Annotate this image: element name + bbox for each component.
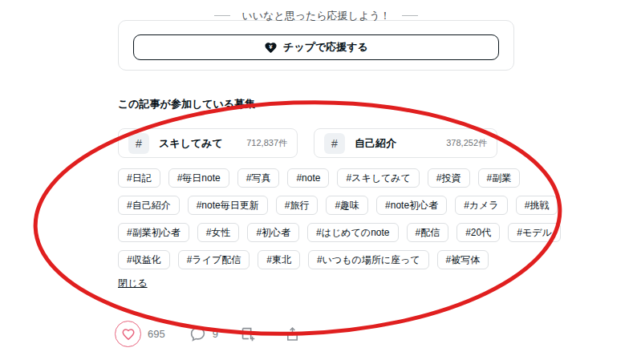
tag-pill[interactable]: #note初心者 bbox=[376, 196, 447, 215]
tag-pill[interactable]: #写真 bbox=[237, 168, 280, 188]
tag-pill[interactable]: #カメラ bbox=[455, 196, 508, 215]
share-icon bbox=[284, 326, 301, 342]
tag-list: #日記#毎日note#写真#note#スキしてみて#投資#副業#自己紹介#not… bbox=[118, 168, 514, 269]
tag-pill[interactable]: #note毎日更新 bbox=[188, 196, 268, 215]
speech-bubble-icon bbox=[189, 326, 206, 342]
tag-pill[interactable]: #旅行 bbox=[276, 196, 319, 215]
card-title: スキしてみて bbox=[159, 136, 223, 151]
tag-pill[interactable]: #スキしてみて bbox=[337, 168, 419, 188]
close-link[interactable]: 閉じる bbox=[118, 277, 148, 290]
content-column: いいなと思ったら応援しよう！ ¥ チップで応援する この記事が参加している募集 … bbox=[118, 0, 514, 290]
tag-pill[interactable]: #いつもの場所に座って bbox=[308, 250, 429, 269]
tag-pill[interactable]: #20代 bbox=[456, 223, 500, 242]
tag-pill[interactable]: #収益化 bbox=[118, 250, 170, 269]
tag-pill[interactable]: #日記 bbox=[118, 168, 160, 188]
tag-pill[interactable]: #自己紹介 bbox=[118, 196, 180, 215]
card-count: 712,837件 bbox=[246, 137, 287, 149]
tag-pill[interactable]: #副業初心者 bbox=[118, 223, 189, 242]
tag-pill[interactable]: #ライブ配信 bbox=[178, 250, 250, 269]
hash-icon: # bbox=[324, 133, 345, 154]
like-count: 695 bbox=[148, 328, 165, 340]
tag-pill[interactable]: #女性 bbox=[197, 223, 240, 242]
add-to-magazine-icon bbox=[239, 326, 257, 343]
tag-pill[interactable]: #初心者 bbox=[247, 223, 299, 242]
tip-button[interactable]: ¥ チップで応援する bbox=[133, 34, 499, 60]
recruitment-cards: # スキしてみて 712,837件 # 自己紹介 378,252件 bbox=[118, 128, 514, 158]
tag-pill[interactable]: #毎日note bbox=[168, 168, 229, 188]
recruitment-card-jikoshoukai[interactable]: # 自己紹介 378,252件 bbox=[314, 128, 497, 158]
card-count: 378,252件 bbox=[446, 137, 487, 149]
tag-row: #副業初心者#女性#初心者#はじめてのnote#配信#20代#モデル bbox=[118, 223, 514, 242]
add-to-magazine-button[interactable] bbox=[239, 326, 257, 343]
card-title: 自己紹介 bbox=[355, 136, 396, 151]
tag-pill[interactable]: #趣味 bbox=[326, 196, 368, 215]
tag-pill[interactable]: #モデル bbox=[508, 223, 561, 242]
tag-row: #日記#毎日note#写真#note#スキしてみて#投資#副業 bbox=[118, 168, 514, 188]
recruitment-card-sukishitemite[interactable]: # スキしてみて 712,837件 bbox=[118, 128, 298, 158]
comment-count: 9 bbox=[213, 328, 218, 340]
tag-pill[interactable]: #note bbox=[287, 168, 329, 188]
support-box: ¥ チップで応援する bbox=[118, 20, 514, 71]
comment-button[interactable] bbox=[189, 326, 206, 342]
svg-text:¥: ¥ bbox=[269, 42, 273, 50]
heart-yen-icon: ¥ bbox=[264, 41, 278, 55]
hash-icon: # bbox=[128, 133, 149, 154]
share-button[interactable] bbox=[284, 326, 301, 342]
tag-pill[interactable]: #配信 bbox=[407, 223, 449, 242]
recruitments-heading: この記事が参加している募集 bbox=[118, 99, 514, 110]
legend-dash-left bbox=[214, 15, 230, 16]
tag-pill[interactable]: #東北 bbox=[258, 250, 300, 269]
tag-row: #自己紹介#note毎日更新#旅行#趣味#note初心者#カメラ#挑戦 bbox=[118, 196, 514, 215]
legend-dash-right bbox=[402, 15, 418, 16]
tag-pill[interactable]: #はじめてのnote bbox=[307, 223, 398, 242]
tag-pill[interactable]: #投資 bbox=[428, 168, 470, 188]
tag-pill[interactable]: #副業 bbox=[478, 168, 521, 188]
page-root: いいなと思ったら応援しよう！ ¥ チップで応援する この記事が参加している募集 … bbox=[0, 0, 633, 364]
tag-pill[interactable]: #挑戦 bbox=[516, 196, 558, 215]
tag-row: #収益化#ライブ配信#東北#いつもの場所に座って#被写体 bbox=[118, 250, 514, 269]
support-prompt-text: いいなと思ったら応援しよう！ bbox=[241, 10, 390, 21]
action-bar: 695 9 bbox=[115, 321, 301, 347]
like-button[interactable] bbox=[115, 321, 141, 347]
heart-icon bbox=[121, 327, 136, 342]
tip-button-label: チップで応援する bbox=[283, 40, 368, 55]
tag-pill[interactable]: #被写体 bbox=[437, 250, 489, 269]
